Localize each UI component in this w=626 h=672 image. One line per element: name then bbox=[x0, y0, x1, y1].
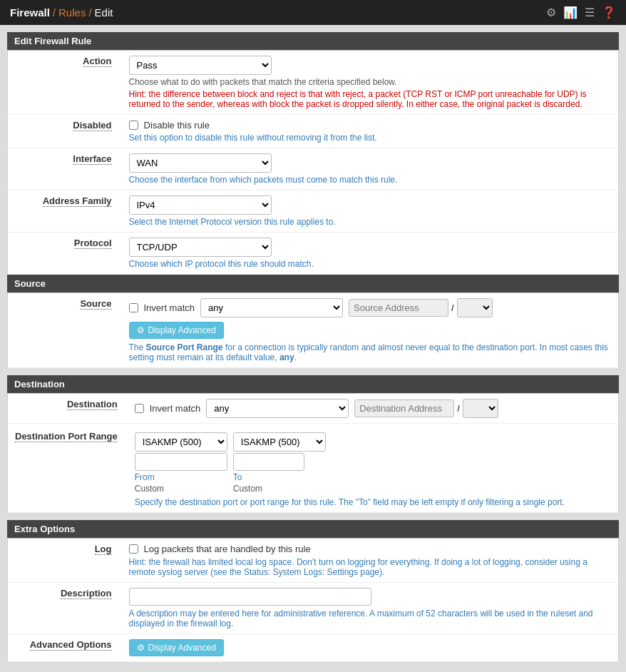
destination-section-header: Destination bbox=[7, 375, 619, 393]
disabled-checkbox[interactable] bbox=[129, 121, 138, 130]
address-family-row: Address Family IPv4 IPv6 IPv4+IPv6 Selec… bbox=[8, 190, 619, 233]
disabled-hint: Set this option to disable this rule wit… bbox=[129, 133, 612, 143]
destination-mask-select[interactable] bbox=[463, 399, 498, 418]
destination-port-row: Destination Port Range ISAKMP (500) Any … bbox=[8, 424, 619, 513]
destination-to-custom-label: Custom bbox=[233, 484, 326, 494]
action-label: Action bbox=[83, 56, 111, 67]
destination-row: Destination Invert match any WAN address… bbox=[8, 394, 619, 424]
destination-to-custom-input[interactable] bbox=[233, 453, 304, 471]
list-icon[interactable]: ☰ bbox=[585, 6, 595, 19]
log-label: Log bbox=[95, 544, 112, 555]
advanced-options-row: Advanced Options ⚙ Display Advanced bbox=[8, 634, 619, 662]
interface-row: Interface WAN LAN OPT1 Choose the interf… bbox=[8, 148, 619, 190]
description-label: Description bbox=[61, 588, 112, 599]
interface-hint: Choose the interface from which packets … bbox=[129, 175, 612, 185]
action-row: Action Pass Block Reject Choose what to … bbox=[8, 51, 619, 115]
destination-from-custom-label: Custom bbox=[135, 484, 227, 494]
sliders-icon[interactable]: ⚙ bbox=[546, 6, 556, 19]
section-header-edit: Edit Firewall Rule bbox=[7, 32, 619, 50]
source-display-advanced-label: Display Advanced bbox=[148, 325, 216, 335]
source-hint: The Source Port Range for a connection i… bbox=[129, 342, 612, 362]
destination-invert-label: Invert match bbox=[150, 403, 201, 414]
source-dropdown[interactable]: any WAN address LAN address Single host … bbox=[200, 298, 343, 317]
action-select[interactable]: Pass Block Reject bbox=[129, 56, 272, 75]
destination-label: Destination bbox=[67, 399, 118, 410]
advanced-options-label: Advanced Options bbox=[30, 639, 112, 651]
protocol-select[interactable]: TCP/UDP TCP UDP ICMP Any bbox=[129, 238, 272, 257]
interface-label: Interface bbox=[73, 153, 111, 165]
destination-from-select[interactable]: ISAKMP (500) Any Custom bbox=[135, 432, 227, 452]
disabled-checkbox-label: Disable this rule bbox=[144, 120, 210, 131]
address-family-hint: Select the Internet Protocol version thi… bbox=[129, 217, 612, 227]
action-hint-red: Hint: the difference between block and r… bbox=[129, 89, 612, 109]
address-family-label: Address Family bbox=[43, 195, 112, 207]
source-gear-icon: ⚙ bbox=[137, 325, 145, 335]
crumb1[interactable]: Rules bbox=[58, 6, 86, 19]
destination-port-label: Destination Port Range bbox=[15, 431, 118, 442]
source-row: Source Invert match any WAN address LAN … bbox=[8, 293, 619, 368]
current-page: Edit bbox=[95, 6, 113, 19]
source-section-header: Source bbox=[7, 275, 619, 292]
advanced-options-btn[interactable]: ⚙ Display Advanced bbox=[129, 639, 224, 656]
source-mask-select[interactable] bbox=[457, 298, 493, 317]
advanced-options-gear-icon: ⚙ bbox=[137, 643, 145, 653]
protocol-row: Protocol TCP/UDP TCP UDP ICMP Any Choose… bbox=[8, 233, 619, 275]
sep1: / bbox=[53, 6, 56, 19]
destination-to-label: To bbox=[233, 472, 326, 482]
log-checkbox[interactable] bbox=[129, 544, 138, 554]
protocol-label: Protocol bbox=[74, 238, 112, 249]
destination-slash: / bbox=[457, 403, 460, 414]
help-icon[interactable]: ❓ bbox=[602, 6, 616, 19]
brand-label: Firewall bbox=[10, 6, 50, 19]
log-row: Log Log packets that are handled by this… bbox=[8, 539, 619, 583]
topbar: Firewall / Rules / Edit ⚙ 📊 ☰ ❓ bbox=[0, 0, 626, 25]
source-invert-label: Invert match bbox=[144, 302, 195, 313]
destination-hint: Specify the destination port or port ran… bbox=[135, 497, 611, 507]
address-family-select[interactable]: IPv4 IPv6 IPv4+IPv6 bbox=[129, 195, 272, 215]
protocol-hint: Choose which IP protocol this rule shoul… bbox=[129, 259, 612, 269]
source-slash: / bbox=[451, 302, 454, 313]
source-label: Source bbox=[80, 298, 111, 310]
description-row: Description A description may be entered… bbox=[8, 583, 619, 634]
destination-invert-checkbox[interactable] bbox=[135, 404, 144, 413]
description-hint: A description may be entered here for ad… bbox=[129, 609, 612, 628]
destination-address-input[interactable] bbox=[354, 399, 454, 417]
extra-section-header: Extra Options bbox=[7, 520, 619, 538]
destination-to-select[interactable]: ISAKMP (500) Any Custom bbox=[233, 432, 326, 452]
interface-select[interactable]: WAN LAN OPT1 bbox=[129, 153, 272, 173]
destination-from-custom-input[interactable] bbox=[135, 453, 227, 471]
disabled-label: Disabled bbox=[73, 120, 111, 131]
sep2: / bbox=[88, 6, 91, 19]
action-hint-normal: Choose what to do with packets that matc… bbox=[129, 77, 612, 87]
disabled-row: Disabled Disable this rule Set this opti… bbox=[8, 115, 619, 148]
chart-icon[interactable]: 📊 bbox=[563, 6, 578, 19]
log-hint: Hint: the firewall has limited local log… bbox=[129, 557, 612, 577]
destination-dropdown[interactable]: any WAN address LAN address Single host … bbox=[206, 399, 349, 418]
advanced-options-btn-label: Display Advanced bbox=[148, 643, 216, 653]
source-address-input[interactable] bbox=[349, 299, 448, 317]
topbar-icons: ⚙ 📊 ☰ ❓ bbox=[546, 6, 616, 19]
description-input[interactable] bbox=[129, 588, 371, 606]
log-checkbox-label: Log packets that are handled by this rul… bbox=[144, 544, 311, 554]
edit-firewall-rule-section: Edit Firewall Rule Action Pass Block Rej… bbox=[7, 32, 619, 672]
source-invert-checkbox[interactable] bbox=[129, 303, 138, 312]
destination-from-label: From bbox=[135, 472, 227, 482]
source-display-advanced-btn[interactable]: ⚙ Display Advanced bbox=[129, 322, 224, 339]
